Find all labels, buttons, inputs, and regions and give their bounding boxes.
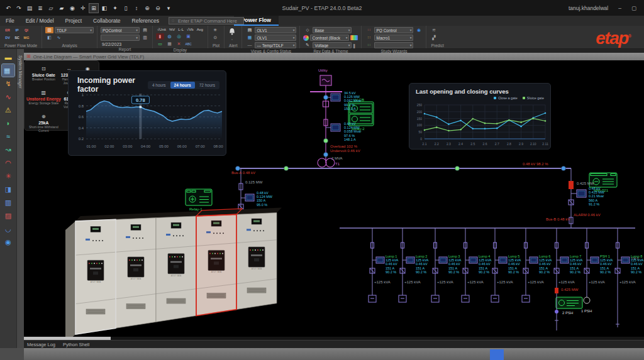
command-input[interactable]	[169, 17, 244, 25]
feeder-psh-1[interactable]	[584, 228, 599, 303]
transient-icon[interactable]: ↝	[2, 143, 14, 156]
more-icon[interactable]: ▾	[164, 4, 173, 13]
harmonics-icon[interactable]: ≈	[2, 130, 14, 143]
feeder-lump-5[interactable]	[491, 228, 507, 302]
switchgear-cabinet-2[interactable]: ATUT TATA	[116, 218, 156, 329]
short-circuit-icon[interactable]: ∿	[2, 90, 14, 103]
menu-collaborate[interactable]: Collaborate	[87, 16, 126, 26]
display-panel-icon[interactable]: ▣	[184, 33, 192, 40]
mode-icon-2[interactable]: QI	[22, 27, 31, 34]
arc-flash-icon[interactable]: ⚠	[2, 104, 14, 116]
toggle-unit[interactable]: √Unit	[157, 28, 166, 31]
pf-tab-72-hours[interactable]: 72 hours	[196, 82, 219, 89]
switchgear-cabinet-3[interactable]: ATUT TATA	[156, 216, 196, 322]
report-manager-icon[interactable]: ▥	[141, 35, 149, 41]
panel-systems-icon[interactable]: ▥	[2, 196, 14, 209]
cable-icon[interactable]: ◡	[2, 222, 14, 235]
oneline-canvas[interactable]: UtilityOverload 102 %Undervolt 0.46 kV2 …	[24, 60, 644, 337]
pf-tab-24-hours[interactable]: 24 hours	[170, 82, 195, 89]
switchgear-cabinet-1[interactable]: ATUT TATA	[75, 219, 116, 334]
mode-icon-4[interactable]: SC	[13, 35, 21, 41]
mode-icon-3[interactable]: DV	[3, 35, 12, 41]
pf-chart[interactable]: 10.80.60.40.201:0002:0003:0004:0005:0006…	[70, 92, 226, 155]
run-analysis-icon[interactable]: ◧	[45, 35, 53, 41]
redo-icon[interactable]: ↷	[14, 4, 23, 13]
find-icon[interactable]: ◉	[68, 4, 77, 13]
relay-3-hmi[interactable]	[589, 173, 617, 187]
minimize-button[interactable]: –	[618, 5, 621, 11]
toggle-vb[interactable]: √Vb	[187, 28, 194, 31]
report-format-select[interactable]: PQControl▾	[101, 27, 140, 33]
utility-source[interactable]	[310, 75, 342, 163]
print-icon[interactable]: ≣	[36, 4, 45, 13]
relay-4[interactable]	[556, 297, 582, 308]
menu-file[interactable]: File	[0, 16, 20, 26]
zoom-out-icon[interactable]: ⊖	[153, 4, 162, 13]
save-icon[interactable]: ▤	[25, 4, 34, 13]
theme-icon[interactable]: ✦	[111, 4, 119, 13]
revision-select[interactable]: Base▾	[313, 27, 352, 33]
feeder-lump-2[interactable]	[399, 228, 414, 302]
view-select-2[interactable]: OLV1▾	[255, 35, 296, 41]
motor-start-icon[interactable]: ◗	[2, 117, 14, 129]
alert-settings-icon[interactable]: ◦	[228, 36, 236, 43]
mode-icon-0[interactable]: ER	[3, 27, 12, 34]
analysis-icon[interactable]: ▥	[45, 27, 53, 33]
feeder-lump-3[interactable]	[431, 228, 447, 302]
mode-icon-1[interactable]: IP	[13, 27, 21, 34]
grid-code-icon[interactable]: ▨	[2, 209, 14, 222]
scatter-plot-icon[interactable]: ✳	[211, 27, 219, 33]
feeder-lump-8[interactable]	[615, 228, 630, 327]
toggle-percent-v[interactable]: %V	[169, 28, 175, 31]
view-select-1[interactable]: OLV1▾	[255, 27, 296, 33]
undo-icon[interactable]: ↶	[4, 4, 13, 13]
legend-Sluice-gate[interactable]: Sluice gate	[523, 96, 544, 100]
star-coordination-icon[interactable]: ✳	[2, 170, 14, 182]
ruler-icon[interactable]: ▬	[2, 51, 14, 63]
ev-study-icon[interactable]: ◨	[2, 183, 14, 195]
display-abc-icon[interactable]: ABC	[184, 41, 192, 47]
legend-Close-a-gate[interactable]: Close a gate	[494, 96, 518, 100]
switchgear-cabinet-5[interactable]: ATUT TATA	[236, 213, 277, 310]
statusbar-message-log[interactable]: Message Log	[27, 342, 55, 347]
toggle-avg[interactable]: Avg	[197, 28, 203, 31]
gates-chart[interactable]: 2502001501005002.12.22.32.42.52.62.72.82…	[409, 102, 552, 149]
report-icon[interactable]: ▯	[121, 4, 130, 13]
3d-view-icon[interactable]: ◧	[100, 4, 109, 13]
rainbow-swatch-icon[interactable]	[350, 35, 358, 40]
display-target-icon[interactable]: ◎	[175, 33, 183, 40]
scrollbar-thumb[interactable]	[24, 337, 111, 340]
datablock-study-icon[interactable]: ▦	[2, 64, 14, 77]
toggle-l-l[interactable]: L-L	[178, 28, 184, 31]
taskbar-active-app[interactable]	[490, 349, 504, 360]
annotation-pencil-icon[interactable]: ✎	[303, 42, 311, 48]
menu-project[interactable]: Project	[60, 16, 87, 26]
report-view-icon[interactable]: ▤	[141, 27, 149, 33]
load-flow-icon[interactable]: ↯	[2, 77, 14, 90]
relay-1[interactable]	[186, 189, 212, 205]
display-battery-icon[interactable]: ▮	[156, 33, 164, 40]
system-manager-tab[interactable]: System Manager	[16, 49, 24, 348]
study-wizard-select-2[interactable]: Macro1▾	[374, 35, 413, 41]
relay-2[interactable]	[348, 102, 374, 126]
display-lamp-icon[interactable]: ◍	[165, 33, 174, 40]
analysis-chart-icon[interactable]: ∿	[55, 35, 63, 41]
switchgear-3d-render[interactable]: ATUT TATAATUT TATAATUT TATAATUT TATAATUT…	[60, 206, 293, 337]
config-select[interactable]: --- Temp/TDLF▾	[255, 42, 296, 48]
mode-icon-5[interactable]: MG	[22, 35, 31, 41]
lower-feeders[interactable]	[369, 228, 630, 330]
display-monitor-icon[interactable]: ▭	[156, 41, 164, 47]
menu-edit-model[interactable]: Edit / Model	[20, 16, 60, 26]
datablock-icon[interactable]: ⊞	[89, 4, 98, 13]
analysis-select[interactable]: TDLF▾	[55, 27, 94, 33]
display-hide-icon[interactable]: ✕	[175, 41, 183, 47]
theme-select[interactable]: Contrast (Black▾	[310, 35, 349, 41]
horizontal-scrollbar[interactable]	[24, 337, 644, 340]
maximize-button[interactable]: ▢	[631, 5, 636, 11]
geospatial-icon[interactable]: ◉	[2, 236, 14, 248]
feeder-lump-7[interactable]	[554, 228, 569, 330]
display-grid-icon[interactable]: ▦	[165, 41, 174, 47]
feeder-lump-1[interactable]	[369, 228, 384, 302]
probe-icon[interactable]: ⊙	[211, 35, 219, 41]
predict-model-icon[interactable]: ▞	[430, 35, 438, 41]
